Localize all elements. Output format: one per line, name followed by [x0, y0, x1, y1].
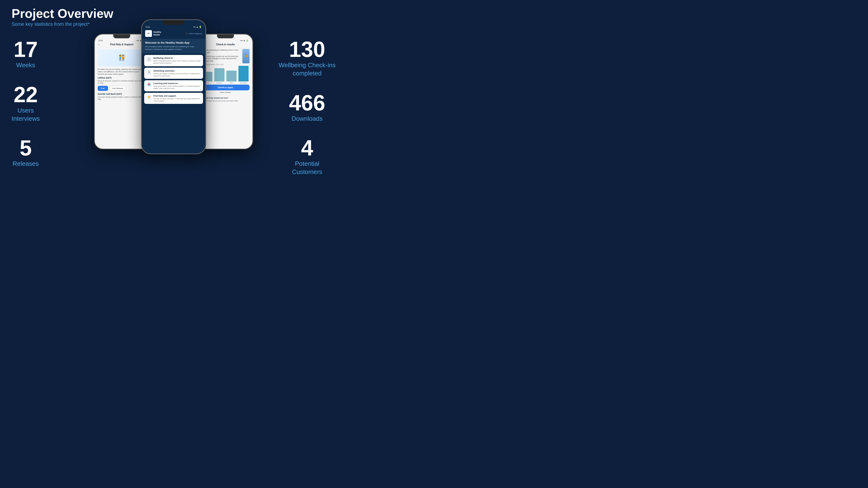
bar-mind-bar — [226, 71, 237, 82]
right-phone-content: Check-in results 🧍 Good job completing t… — [198, 42, 252, 105]
center-welcome-section: Welcome to the Healthy Heads App We cham… — [142, 39, 206, 54]
menu-item-learning-desc: Need some help to build mental resilienc… — [153, 85, 200, 89]
menu-item-support-title: Find help and support — [153, 95, 200, 97]
lifeline-title: Lifeline (24/7) — [98, 77, 146, 79]
bar-mind-label: Mind — [230, 82, 233, 84]
right-status-icons: ▪▪▪ ▲ 🔋 — [240, 39, 249, 42]
phone-left-notch — [113, 34, 130, 38]
bar-connection: Connection — [239, 66, 249, 84]
stat-downloads-label: Downloads — [278, 115, 336, 123]
crisis-helplines-button[interactable]: 📞 Crisis Helplines — [186, 33, 202, 35]
stat-interviews: 22 UsersInterviews — [11, 84, 40, 123]
menu-item-checkin-desc: Better understand which areas of life co… — [153, 60, 200, 64]
date-label: Wednesday March 27th, 2021 — [201, 64, 250, 65]
stat-weeks-label: Weeks — [11, 61, 40, 69]
bar-body-label: Body — [206, 82, 209, 84]
menu-item-stretching-content: Stretching exercises Reduce the impact o… — [153, 70, 200, 77]
checkin-again-button[interactable]: Check-in again — [201, 85, 250, 90]
phone-center-status: 9:41 ▪▪▪ ▲ 🔋 — [142, 25, 206, 29]
lifeline-buttons: Call Visit Website — [98, 86, 146, 91]
left-phone-header: ‹ Find Help & Support — [98, 42, 146, 47]
menu-item-stretching-desc: Reduce the impact of sitting in a truck … — [153, 72, 200, 77]
stats-right: 130 Wellbeing Check-inscompleted 466 Dow… — [278, 38, 336, 176]
status-time: 9:41 — [99, 39, 103, 42]
logo-icon: H+ — [145, 30, 152, 37]
menu-item-support[interactable]: 🤝 Find help and support You are not alon… — [144, 93, 203, 104]
stat-customers-label: PotentialCustomers — [278, 160, 336, 176]
left-body-text: No matter how you are feeling, speaking … — [98, 68, 146, 75]
phone-right-status: 9:41 ▪▪▪ ▲ 🔋 — [198, 38, 252, 42]
stat-releases-label: Releases — [11, 160, 40, 168]
stat-releases-number: 5 — [11, 137, 40, 159]
bar-emotion-bar — [214, 68, 224, 82]
support-illustration: 🧑‍🤝‍🧑 — [98, 50, 146, 66]
lifeline-desc: Every 30 seconds, a person in Australia … — [98, 80, 146, 84]
center-header: H+ HealthyHeads 📞 Crisis Helplines — [142, 29, 206, 39]
stat-customers-number: 4 — [278, 137, 336, 159]
suicide-desc: If you are having suicidal thoughts, spe… — [98, 96, 146, 100]
more-details-link[interactable]: More Details — [201, 91, 250, 94]
menu-item-support-content: Find help and support You are not alone … — [153, 95, 200, 102]
left-phone-content: ‹ Find Help & Support 🧑‍🤝‍🧑 No matter ho… — [95, 42, 149, 102]
bar-mind: Mind — [226, 71, 237, 84]
bar-connection-label: Connection — [240, 82, 247, 84]
welcome-title: Welcome to the Healthy Heads App — [145, 41, 202, 44]
center-menu: 📋 Wellbeing check-in Better understand w… — [142, 54, 206, 107]
stat-interviews-number: 22 — [11, 84, 40, 105]
stat-interviews-label: UsersInterviews — [11, 106, 40, 123]
back-icon: ‹ — [99, 43, 99, 46]
right-phone-header: Check-in results — [201, 42, 250, 47]
call-button[interactable]: Call — [98, 86, 108, 91]
support-icon: 🤝 — [147, 95, 151, 100]
center-status-icons: ▪▪▪ ▲ 🔋 — [193, 26, 202, 28]
bar-chart: Body Emotion Mind Connection — [201, 67, 250, 84]
stat-checkins: 130 Wellbeing Check-inscompleted — [278, 38, 336, 77]
menu-item-stretching[interactable]: 🏃 Stretching exercises Reduce the impact… — [144, 68, 203, 79]
bar-emotion-label: Emotion — [217, 82, 222, 84]
low-results-title: What if my results are low? — [203, 97, 248, 99]
checkin-icon: 📋 — [147, 57, 151, 62]
good-job-section: 🧍 Good job completing the wellbeing chec… — [201, 49, 250, 64]
menu-item-learning-title: Learning and resources — [153, 82, 200, 85]
menu-item-checkin-content: Wellbeing check-in Better understand whi… — [153, 57, 200, 64]
website-button[interactable]: Visit Website — [110, 86, 126, 91]
stat-checkins-label: Wellbeing Check-inscompleted — [278, 61, 336, 77]
logo-text: HealthyHeads — [153, 31, 161, 36]
bar-emotion: Emotion — [214, 68, 224, 84]
person-illustration: 🧍 — [242, 49, 250, 63]
stat-releases: 5 Releases — [11, 137, 40, 168]
bar-connection-bar — [239, 66, 249, 82]
stat-customers: 4 PotentialCustomers — [278, 137, 336, 176]
menu-item-checkin-title: Wellbeing check-in — [153, 57, 200, 59]
menu-item-learning-content: Learning and resources Need some help to… — [153, 82, 200, 89]
center-logo: H+ HealthyHeads — [145, 30, 161, 37]
center-status-time: 9:41 — [146, 26, 150, 28]
stat-downloads: 466 Downloads — [278, 92, 336, 123]
menu-item-learning[interactable]: 📚 Learning and resources Need some help … — [144, 80, 203, 91]
phone-center: 9:41 ▪▪▪ ▲ 🔋 H+ HealthyHeads 📞 Crisis He… — [141, 19, 206, 154]
stat-weeks-number: 17 — [11, 38, 40, 60]
low-results-box: What if my results are low? That's okay,… — [201, 95, 250, 103]
welcome-text: We champion better mental health and wel… — [145, 45, 202, 51]
menu-item-checkin[interactable]: 📋 Wellbeing check-in Better understand w… — [144, 55, 203, 66]
phones-container: 9:41 ▪▪▪ ▲ 🔋 ‹ Find Help & Support 🧑‍🤝‍🧑… — [94, 14, 253, 183]
suicide-title: Suicide Call Back (24/7) — [98, 93, 146, 95]
learning-icon: 📚 — [147, 82, 151, 87]
stat-weeks: 17 Weeks — [11, 38, 40, 69]
phone-right-notch — [217, 34, 234, 38]
stat-downloads-number: 466 — [278, 92, 336, 114]
stat-checkins-number: 130 — [278, 38, 336, 60]
menu-item-support-desc: You are not alone out there. If more tha… — [153, 98, 200, 102]
stats-left: 17 Weeks 22 UsersInterviews 5 Releases — [11, 38, 40, 168]
phone-left-status: 9:41 ▪▪▪ ▲ 🔋 — [95, 38, 149, 42]
stretching-icon: 🏃 — [147, 70, 151, 74]
phone-center-notch — [163, 20, 184, 25]
low-results-text: That's okay, we are all human and need a… — [203, 100, 248, 102]
menu-item-stretching-title: Stretching exercises — [153, 70, 200, 72]
